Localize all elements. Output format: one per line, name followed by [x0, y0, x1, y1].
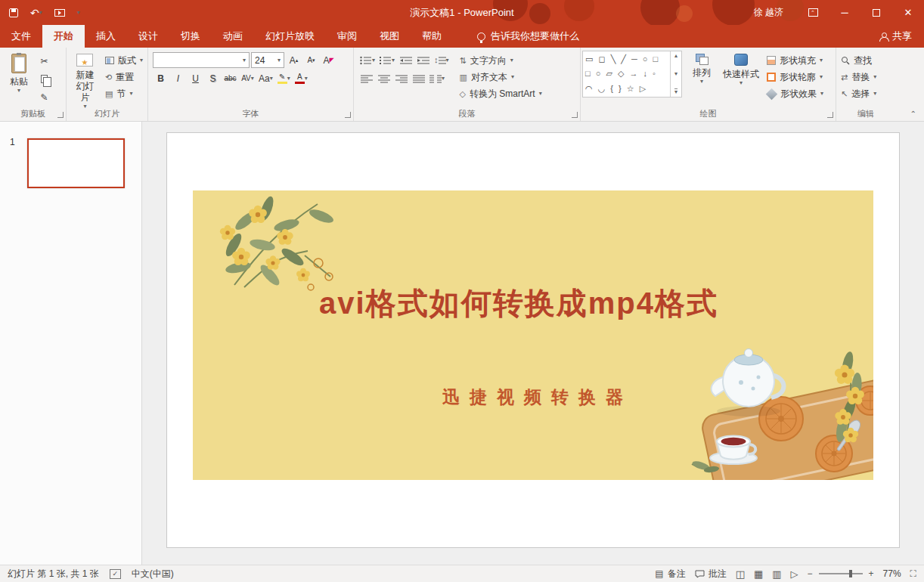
font-dialog-launcher[interactable]: [345, 112, 351, 118]
undo-button[interactable]: ↶▾: [30, 7, 42, 19]
slide-thumbnail[interactable]: [27, 138, 125, 188]
title-bar: ↶▾ ▾ 演示文稿1 - PowerPoint 徐 越济 ⌃ ─ ✕: [0, 0, 924, 25]
gallery-down-button[interactable]: ▾: [674, 71, 677, 77]
change-case-button[interactable]: Aa▾: [257, 70, 274, 86]
select-button[interactable]: ↖选择▾: [838, 85, 894, 102]
shape-effects-button[interactable]: 形状效果▾: [764, 85, 826, 102]
normal-view-button[interactable]: ◫: [736, 569, 745, 579]
font-size-combo[interactable]: 24▾: [251, 52, 284, 68]
shape-icons-row[interactable]: ◠ ◡ { } ☆ ▷: [585, 85, 668, 93]
chevron-down-icon: ▾: [873, 74, 876, 80]
paste-button[interactable]: 粘贴 ▾: [2, 51, 36, 110]
cut-button[interactable]: ✂: [36, 53, 52, 69]
quick-styles-button[interactable]: 快速样式 ▾: [721, 51, 761, 110]
character-spacing-button[interactable]: AV▾: [240, 70, 256, 86]
shape-outline-button[interactable]: 形状轮廓▾: [764, 69, 826, 85]
zoom-slider[interactable]: [819, 573, 863, 574]
arrange-button[interactable]: 排列 ▾: [685, 51, 718, 110]
tab-design[interactable]: 设计: [127, 25, 169, 48]
tab-transitions[interactable]: 切换: [169, 25, 212, 48]
notes-button[interactable]: ▤备注: [655, 568, 685, 580]
tab-insert[interactable]: 插入: [85, 25, 127, 48]
slide-subtitle-text[interactable]: 迅捷视频转换器: [202, 385, 873, 409]
ribbon-display-options-button[interactable]: ⌃: [797, 0, 829, 25]
shape-icons-row[interactable]: ▭ ◻ ╲ ╱ ─ ○ □: [585, 55, 668, 63]
paragraph-dialog-launcher[interactable]: [572, 112, 578, 118]
tab-file[interactable]: 文件: [0, 25, 42, 48]
text-shadow-button[interactable]: S: [205, 70, 221, 86]
numbering-button[interactable]: ▾: [378, 52, 396, 68]
font-color-button[interactable]: A▾: [293, 70, 309, 86]
gallery-up-button[interactable]: ▴: [674, 53, 677, 59]
underline-button[interactable]: U: [188, 70, 203, 86]
justify-button[interactable]: [411, 70, 426, 86]
gallery-more-button[interactable]: ▾: [674, 88, 677, 95]
slide-title-text[interactable]: avi格式如何转换成mp4格式: [193, 283, 845, 324]
convert-smartart-button[interactable]: ◇转换为 SmartArt▾: [457, 85, 545, 102]
smartart-icon: ◇: [460, 90, 466, 98]
clipboard-dialog-launcher[interactable]: [57, 112, 64, 118]
decrease-indent-button[interactable]: [398, 52, 414, 68]
new-slide-button[interactable]: 新建幻灯片 ▾: [68, 51, 102, 110]
align-left-button[interactable]: [358, 70, 374, 86]
align-right-button[interactable]: [393, 70, 409, 86]
format-painter-button[interactable]: ✎: [36, 89, 52, 105]
layout-button[interactable]: 版式▾: [102, 52, 146, 69]
font-name-combo[interactable]: ▾: [153, 52, 250, 68]
collapse-ribbon-button[interactable]: ⌃: [910, 110, 916, 118]
align-text-button[interactable]: ▥对齐文本▾: [457, 69, 545, 85]
strikethrough-button[interactable]: abc: [222, 70, 238, 86]
tab-view[interactable]: 视图: [368, 25, 411, 48]
customize-quick-access-button[interactable]: ▾: [77, 10, 80, 16]
shape-fill-button[interactable]: 形状填充▾: [764, 52, 826, 69]
zoom-in-button[interactable]: +: [869, 569, 874, 578]
tab-home[interactable]: 开始: [42, 25, 85, 48]
zoom-out-button[interactable]: −: [808, 569, 813, 578]
tab-slideshow[interactable]: 幻灯片放映: [254, 25, 326, 48]
start-slideshow-button[interactable]: [54, 9, 65, 17]
clear-formatting-button[interactable]: A◤: [321, 52, 336, 68]
tab-help[interactable]: 帮助: [411, 25, 453, 48]
columns-button[interactable]: ▾: [428, 70, 446, 86]
section-button[interactable]: ▤节▾: [102, 85, 146, 102]
slideshow-view-button[interactable]: ▷: [791, 569, 798, 579]
reading-view-button[interactable]: ▥: [772, 569, 781, 579]
font-group: ▾ 24▾ A▴ A▾ A◤ B I U S abc AV▾ Aa▾ ✎▾ A▾…: [148, 48, 354, 121]
language-status[interactable]: 中文(中国): [132, 568, 174, 580]
shapes-gallery[interactable]: ▭ ◻ ╲ ╱ ─ ○ □ □ ○ ▱ ◇ → ↓ ◦ ◠ ◡ { } ☆ ▷ …: [582, 51, 682, 98]
close-button[interactable]: ✕: [892, 0, 924, 25]
text-direction-button[interactable]: ⇅文字方向▾: [457, 52, 545, 69]
increase-indent-button[interactable]: [415, 52, 431, 68]
highlight-color-button[interactable]: ✎▾: [276, 70, 292, 86]
shrink-font-button[interactable]: A▾: [303, 52, 319, 68]
replace-button[interactable]: ⇄替换▾: [838, 69, 894, 85]
drawing-dialog-launcher[interactable]: [827, 112, 833, 118]
comments-button[interactable]: 批注: [695, 568, 727, 580]
reset-button[interactable]: ⟲重置: [102, 69, 146, 85]
tell-me-box[interactable]: 告诉我你想要做什么: [467, 25, 590, 48]
bold-button[interactable]: B: [153, 70, 169, 86]
fit-to-window-button[interactable]: ⛶: [910, 569, 916, 578]
increase-indent-icon: [417, 56, 429, 65]
zoom-slider-handle[interactable]: [849, 570, 852, 577]
slide-editing-area[interactable]: avi格式如何转换成mp4格式 迅捷视频转换器: [166, 132, 900, 548]
save-button[interactable]: [9, 8, 18, 17]
chevron-down-icon: ▾: [251, 76, 254, 82]
italic-button[interactable]: I: [170, 70, 186, 86]
grow-font-button[interactable]: A▴: [286, 52, 302, 68]
zoom-percentage[interactable]: 77%: [883, 568, 901, 579]
spell-check-icon[interactable]: ✓: [110, 569, 121, 579]
shape-icons-row[interactable]: □ ○ ▱ ◇ → ↓ ◦: [585, 70, 668, 78]
maximize-button[interactable]: [860, 0, 892, 25]
align-center-button[interactable]: [376, 70, 392, 86]
share-button[interactable]: 共享: [867, 25, 924, 48]
tab-animations[interactable]: 动画: [212, 25, 254, 48]
copy-button[interactable]: [36, 71, 52, 87]
line-spacing-button[interactable]: ↕▾: [433, 52, 451, 68]
slide-sorter-view-button[interactable]: ▦: [754, 569, 763, 579]
find-button[interactable]: 查找: [838, 52, 894, 69]
bullets-button[interactable]: ▾: [358, 52, 377, 68]
slide-banner-image[interactable]: avi格式如何转换成mp4格式 迅捷视频转换器: [193, 190, 873, 480]
minimize-button[interactable]: ─: [829, 0, 860, 25]
tab-review[interactable]: 审阅: [326, 25, 368, 48]
